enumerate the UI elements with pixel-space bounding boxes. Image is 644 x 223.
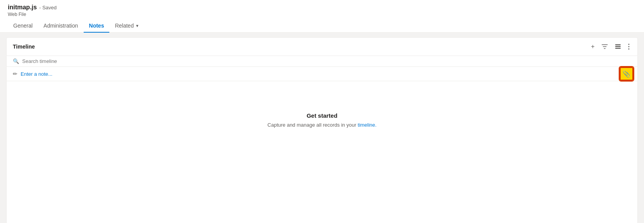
timeline-title: Timeline — [13, 44, 35, 50]
tab-general[interactable]: General — [8, 19, 38, 33]
svg-rect-2 — [615, 48, 621, 49]
tab-administration[interactable]: Administration — [38, 19, 84, 33]
search-input[interactable] — [22, 58, 631, 64]
chevron-down-icon: ▼ — [135, 24, 139, 28]
note-placeholder[interactable]: Enter a note... — [21, 71, 631, 77]
svg-point-5 — [628, 49, 630, 50]
tab-bar: General Administration Notes Related ▼ — [8, 19, 636, 32]
attachment-button[interactable]: 📎 — [619, 67, 633, 81]
empty-state-title: Get started — [307, 112, 337, 119]
timeline-header: Timeline + — [7, 38, 637, 56]
title-row: initmap.js - Saved — [8, 4, 636, 11]
search-icon: 🔍 — [13, 58, 19, 64]
list-view-button[interactable] — [613, 43, 623, 51]
paperclip-icon: 📎 — [623, 70, 630, 78]
note-row: ✏ Enter a note... 📎 — [7, 67, 637, 81]
main-content: Timeline + — [0, 33, 644, 223]
saved-badge: - Saved — [39, 5, 57, 10]
filter-button[interactable] — [600, 43, 609, 51]
add-button[interactable]: + — [590, 42, 596, 51]
timeline-actions: + — [590, 42, 631, 51]
timeline-card: Timeline + — [6, 37, 638, 223]
svg-rect-0 — [615, 44, 621, 45]
search-row: 🔍 — [7, 56, 637, 67]
empty-state: Get started Capture and manage all recor… — [7, 81, 637, 159]
tab-related[interactable]: Related ▼ — [109, 19, 144, 33]
svg-point-3 — [628, 44, 630, 45]
more-options-button[interactable] — [626, 43, 631, 51]
file-type: Web File — [8, 12, 636, 17]
svg-rect-1 — [615, 46, 621, 47]
pencil-icon: ✏ — [13, 71, 18, 77]
page-header: initmap.js - Saved Web File General Admi… — [0, 0, 644, 33]
empty-state-description: Capture and manage all records in your t… — [267, 122, 376, 128]
page-title: initmap.js — [8, 4, 37, 11]
svg-point-4 — [628, 46, 630, 47]
tab-notes[interactable]: Notes — [84, 19, 110, 33]
